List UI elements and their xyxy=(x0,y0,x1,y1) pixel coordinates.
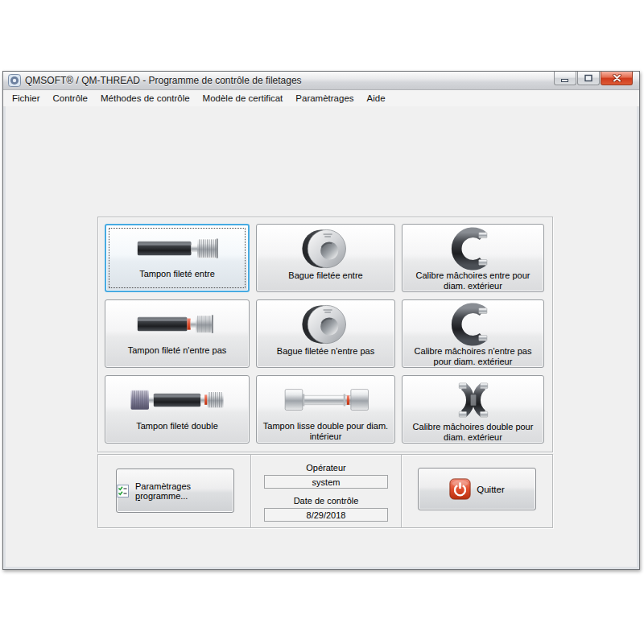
app-icon xyxy=(8,74,21,87)
minimize-icon xyxy=(561,75,569,82)
operator-field[interactable]: system xyxy=(264,475,388,489)
thread-ring-nogo-gauge-image xyxy=(257,300,394,346)
gauge-button-label: Bague filetée n'entre pas xyxy=(257,346,394,367)
minimize-button[interactable] xyxy=(554,72,576,85)
menu-aide[interactable]: Aide xyxy=(361,92,392,105)
program-settings-label: Paramètrages programme... xyxy=(135,481,233,501)
footer-settings-cell: Paramètrages programme... xyxy=(98,455,250,527)
footer-info-cell: Opérateur system Date de contrôle 8/29/2… xyxy=(250,455,401,527)
snap-gauge-double-image xyxy=(402,376,543,422)
gauge-button-snap-double[interactable]: Calibre mâchoires double pour diam. exté… xyxy=(402,375,544,444)
thread-plug-double-gauge-image xyxy=(105,376,249,421)
gauge-button-label: Tampon fileté entre xyxy=(106,269,248,291)
quit-label: Quitter xyxy=(477,485,505,494)
thread-plug-nogo-gauge-image xyxy=(105,300,249,345)
program-settings-button[interactable]: Paramètrages programme... xyxy=(116,469,234,513)
menu-bar: Fichier Contrôle Méthodes de contrôle Mo… xyxy=(3,90,639,107)
checklist-icon xyxy=(117,485,130,497)
maximize-button[interactable] xyxy=(577,72,600,85)
gauge-button-plain-plug-double[interactable]: Tampon lisse double pour diam. intérieur xyxy=(256,375,395,444)
gauge-button-snap-go[interactable]: Calibre mâchoires entre pour diam. extér… xyxy=(402,224,544,292)
gauge-button-thread-ring-nogo[interactable]: Bague filetée n'entre pas xyxy=(256,299,395,368)
operator-label: Opérateur xyxy=(306,463,346,473)
gauge-button-label: Calibre mâchoires double pour diam. exté… xyxy=(402,422,543,443)
footer-quit-cell: Quitter xyxy=(401,455,552,527)
menu-methodes-de-controle[interactable]: Méthodes de contrôle xyxy=(94,92,196,105)
close-button[interactable] xyxy=(601,72,633,85)
gauge-button-label: Calibre mâchoires entre pour diam. extér… xyxy=(402,270,543,291)
menu-fichier[interactable]: Fichier xyxy=(6,92,47,105)
footer-groupbox: Paramètrages programme... Opérateur syst… xyxy=(97,454,553,528)
application-window: QMSOFT® / QM-THREAD - Programme de contr… xyxy=(2,71,640,570)
quit-button[interactable]: Quitter xyxy=(418,468,536,510)
close-icon xyxy=(613,74,621,82)
maximize-icon xyxy=(584,74,592,82)
control-date-field[interactable]: 8/29/2018 xyxy=(264,508,388,522)
gauge-button-thread-plug-nogo[interactable]: Tampon fileté n'entre pas xyxy=(105,299,250,368)
menu-controle[interactable]: Contrôle xyxy=(47,92,94,105)
window-title: QMSOFT® / QM-THREAD - Programme de contr… xyxy=(25,75,302,86)
control-date-label: Date de contrôle xyxy=(294,496,359,506)
gauge-button-label: Calibre mâchoires n'entre pas pour diam.… xyxy=(402,346,543,367)
gauge-button-thread-plug-double[interactable]: Tampon fileté double xyxy=(105,375,250,444)
thread-ring-go-gauge-image xyxy=(257,225,394,270)
gauge-type-groupbox: Tampon fileté entre Bague filetée entre … xyxy=(97,217,553,452)
gauge-button-label: Tampon fileté n'entre pas xyxy=(105,345,249,367)
client-area: Tampon fileté entre Bague filetée entre … xyxy=(6,106,637,567)
snap-gauge-nogo-image xyxy=(402,300,543,346)
plain-plug-double-gauge-image xyxy=(257,376,394,421)
title-bar[interactable]: QMSOFT® / QM-THREAD - Programme de contr… xyxy=(3,72,639,90)
menu-parametrages[interactable]: Paramètrages xyxy=(289,92,360,105)
gauge-button-label: Bague filetée entre xyxy=(257,270,394,291)
gauge-button-snap-nogo[interactable]: Calibre mâchoires n'entre pas pour diam.… xyxy=(402,299,544,368)
thread-plug-go-gauge-image xyxy=(106,225,248,269)
gauge-button-label: Tampon fileté double xyxy=(105,421,249,443)
gauge-button-label: Tampon lisse double pour diam. intérieur xyxy=(257,421,394,443)
menu-modele-de-certificat[interactable]: Modèle de certificat xyxy=(196,92,290,105)
gauge-button-thread-plug-go[interactable]: Tampon fileté entre xyxy=(105,224,250,292)
snap-gauge-go-image xyxy=(402,225,543,270)
power-icon xyxy=(449,478,471,500)
gauge-button-thread-ring-go[interactable]: Bague filetée entre xyxy=(256,224,395,292)
